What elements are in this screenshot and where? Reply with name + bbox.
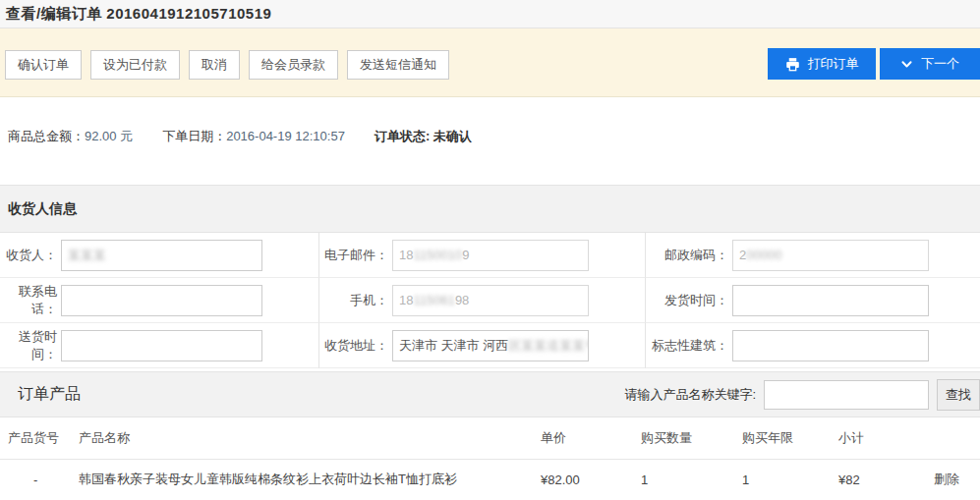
- products-section-header: 订单产品 请输入产品名称关键字: 查找: [0, 371, 980, 417]
- products-table-header: 产品货号 产品名称 单价 购买数量 购买年限 小计: [0, 417, 980, 460]
- mobile-input[interactable]: 1811506198: [392, 285, 589, 316]
- consignee-input[interactable]: 某某某: [61, 240, 262, 271]
- order-status-label: 订单状态:: [375, 129, 433, 143]
- email-input[interactable]: 1811500109: [392, 240, 589, 271]
- field-ship-time: 发货时间：: [646, 278, 980, 323]
- ship-time-label: 发货时间：: [646, 292, 728, 309]
- set-paid-button[interactable]: 设为已付款: [90, 50, 180, 80]
- product-name: 韩国春秋亲子装母女儿童韩版纯棉条纹衫上衣荷叶边长袖T恤打底衫: [79, 471, 541, 488]
- print-order-button[interactable]: 打印订单: [768, 48, 876, 80]
- product-subtotal: ¥82: [838, 472, 934, 487]
- delete-product-link[interactable]: 删除: [934, 471, 980, 488]
- redacted-text: 00000: [746, 248, 781, 262]
- printer-icon: [785, 57, 800, 72]
- col-years: 购买年限: [742, 429, 838, 447]
- redacted-text: 115061: [413, 293, 454, 307]
- field-email: 电子邮件： 1811500109: [319, 233, 646, 278]
- order-summary: 商品总金额：92.00 元 下单日期：2016-04-19 12:10:57 订…: [0, 97, 980, 185]
- field-landmark: 标志性建筑：: [646, 323, 980, 368]
- address-label: 收货地址：: [319, 337, 388, 355]
- product-search-label: 请输入产品名称关键字:: [624, 386, 756, 404]
- field-delivery-time: 送货时间：: [0, 323, 319, 368]
- redacted-text: 某某某: [68, 247, 106, 264]
- order-nav-actions: 打印订单 下一个: [768, 48, 980, 80]
- page-title: 查看/编辑订单 2016041912105710519: [6, 5, 271, 24]
- recipient-form: 收货人： 某某某 电子邮件： 1811500109 邮政编码： 200000 联…: [0, 233, 980, 368]
- record-payment-button[interactable]: 给会员录款: [249, 50, 338, 80]
- col-qty: 购买数量: [641, 429, 742, 447]
- cancel-button[interactable]: 取消: [189, 50, 240, 80]
- product-qty: 1: [641, 472, 742, 487]
- order-date-value: 2016-04-19 12:10:57: [226, 129, 345, 143]
- order-total-label: 商品总金额：: [8, 129, 85, 143]
- confirm-order-button[interactable]: 确认订单: [5, 50, 82, 80]
- phone-input[interactable]: [61, 285, 262, 316]
- order-total: 商品总金额：92.00 元: [8, 128, 133, 145]
- chevron-down-icon: [900, 58, 913, 71]
- field-mobile: 手机： 1811506198: [319, 278, 646, 323]
- order-total-value: 92.00 元: [85, 129, 133, 143]
- redacted-text: 区某某道某某号: [508, 337, 589, 355]
- product-search: 请输入产品名称关键字: 查找: [624, 379, 980, 411]
- redacted-text: 1150010: [413, 248, 462, 262]
- delivery-time-label: 送货时间：: [0, 328, 57, 363]
- consignee-label: 收货人：: [0, 247, 57, 264]
- ship-time-input[interactable]: [732, 285, 929, 316]
- recipient-section-header: 收货人信息: [0, 185, 980, 233]
- address-input[interactable]: 天津市 天津市 河西区某某道某某号现: [392, 330, 589, 361]
- table-row: - 韩国春秋亲子装母女儿童韩版纯棉条纹衫上衣荷叶边长袖T恤打底衫 ¥82.00 …: [0, 460, 980, 499]
- page-header: 查看/编辑订单 2016041912105710519: [0, 0, 980, 28]
- recipient-section-title: 收货人信息: [8, 200, 77, 218]
- col-name: 产品名称: [79, 429, 541, 447]
- product-years: 1: [742, 472, 838, 487]
- print-order-label: 打印订单: [808, 55, 859, 73]
- order-action-bar: 确认订单 设为已付款 取消 给会员录款 发送短信通知 打印订单 下一个: [0, 28, 980, 97]
- field-phone: 联系电话：: [0, 278, 319, 323]
- order-date-label: 下单日期：: [162, 129, 226, 143]
- products-section-title: 订单产品: [18, 384, 81, 405]
- product-search-button[interactable]: 查找: [937, 379, 980, 411]
- postcode-label: 邮政编码：: [646, 247, 728, 264]
- delivery-time-input[interactable]: [61, 330, 262, 361]
- col-sku: 产品货号: [8, 429, 79, 447]
- order-date: 下单日期：2016-04-19 12:10:57: [162, 128, 345, 145]
- order-status-badge: 未确认: [433, 129, 472, 143]
- field-postcode: 邮政编码： 200000: [646, 233, 980, 278]
- order-status: 订单状态: 未确认: [375, 128, 472, 145]
- next-order-label: 下一个: [921, 55, 959, 73]
- postcode-input[interactable]: 200000: [732, 240, 929, 271]
- phone-label: 联系电话：: [0, 283, 57, 318]
- product-search-input[interactable]: [764, 380, 929, 410]
- email-label: 电子邮件：: [319, 247, 388, 264]
- product-price: ¥82.00: [541, 472, 641, 487]
- field-address: 收货地址： 天津市 天津市 河西区某某道某某号现: [319, 323, 646, 368]
- product-sku: -: [8, 472, 79, 487]
- landmark-label: 标志性建筑：: [646, 337, 728, 355]
- send-sms-button[interactable]: 发送短信通知: [347, 50, 449, 80]
- order-actions: 确认订单 设为已付款 取消 给会员录款 发送短信通知: [5, 50, 449, 80]
- landmark-input[interactable]: [732, 330, 929, 361]
- mobile-label: 手机：: [319, 292, 388, 309]
- col-price: 单价: [541, 429, 641, 447]
- next-order-button[interactable]: 下一个: [880, 48, 980, 80]
- col-subtotal: 小计: [838, 429, 934, 447]
- field-consignee: 收货人： 某某某: [0, 233, 319, 278]
